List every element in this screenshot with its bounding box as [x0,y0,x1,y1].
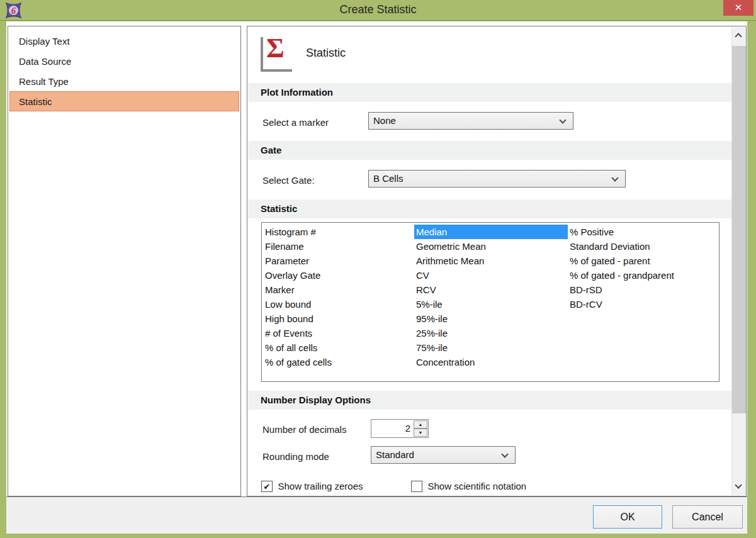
statistic-option[interactable]: Filename [263,239,414,254]
statistic-option[interactable]: 75%-ile [414,340,568,355]
statistic-option[interactable]: Arithmetic Mean [414,254,568,268]
triangle-down-icon: ▼ [419,430,423,435]
marker-label: Select a marker [262,117,329,128]
show-trailing-zeroes-checkbox[interactable]: ✔ Show trailing zeroes [261,480,363,493]
statistic-option[interactable]: # of Events [263,326,414,340]
spinner-up-button[interactable]: ▲ [414,420,427,429]
statistic-list-column-1: Histogram #FilenameParameterOverlay Gate… [263,225,414,369]
statistic-option[interactable]: 95%-ile [414,311,568,326]
statistic-option[interactable]: Overlay Gate [263,268,414,283]
decimals-spinner[interactable]: 2 ▲ ▼ [371,419,429,438]
chevron-down-icon [559,116,566,123]
show-scientific-notation-checkbox[interactable]: Show scientific notation [411,480,526,493]
statistic-option[interactable]: % of gated cells [263,355,414,369]
marker-dropdown-value: None [373,115,396,126]
show-scientific-notation-label: Show scientific notation [427,481,526,491]
statistic-option[interactable]: 25%-ile [414,326,568,340]
dialog-client-area: Display TextData SourceResult TypeStatis… [6,21,747,534]
statistic-option[interactable]: 5%-ile [414,297,568,311]
checkbox-checked-icon: ✔ [261,481,273,492]
statistic-option[interactable]: % of gated - grandparent [568,268,719,283]
sidebar-item-result-type[interactable]: Result Type [9,71,239,91]
statistic-option[interactable]: Parameter [263,254,414,268]
section-header-plot-information: Plot Information [248,83,733,102]
ok-button[interactable]: OK [593,505,662,529]
statistic-option[interactable]: Histogram # [263,225,414,239]
statistic-option[interactable]: RCV [414,283,568,297]
settings-nav-list: Display TextData SourceResult TypeStatis… [8,26,241,496]
number-of-decimals-label: Number of decimals [262,424,346,435]
chevron-down-icon [501,451,508,457]
vertical-scrollbar[interactable] [731,27,745,495]
statistic-option[interactable]: Standard Deviation [568,239,719,254]
statistic-option[interactable]: High bound [263,311,414,326]
sidebar-item-statistic[interactable]: Statistic [9,91,239,111]
decimals-value: 2 [405,420,410,437]
gate-label: Select Gate: [262,175,315,186]
rounding-mode-dropdown[interactable]: Standard [371,446,516,464]
statistic-option[interactable]: Concentration [414,355,568,369]
section-header-gate: Gate [248,141,733,160]
chevron-up-icon [735,33,742,40]
statistic-option[interactable]: BD-rCV [568,297,719,311]
statistic-option[interactable]: % of all cells [263,340,414,355]
window-title: Create Statistic [0,0,756,21]
statistic-option[interactable]: Median [414,225,568,239]
section-header-statistic: Statistic [248,199,733,218]
spinner-down-button[interactable]: ▼ [414,429,427,437]
chevron-down-icon [611,174,618,181]
statistic-option[interactable]: Marker [263,283,414,297]
sigma-icon: Σ [261,37,292,72]
title-bar: 6 Create Statistic ✕ [0,0,756,21]
scroll-down-button[interactable] [732,479,746,495]
statistic-settings-panel: Σ Statistic Plot Information Select a ma… [247,26,747,496]
scroll-up-button[interactable] [732,27,746,43]
statistic-option[interactable]: Geometric Mean [414,239,568,254]
sidebar-item-display-text[interactable]: Display Text [9,31,239,51]
statistic-option[interactable]: Low bound [263,297,414,311]
statistic-listbox: Histogram #FilenameParameterOverlay Gate… [261,222,719,382]
show-trailing-zeroes-label: Show trailing zeroes [278,481,363,491]
close-icon: ✕ [735,2,743,13]
triangle-up-icon: ▲ [419,422,423,427]
rounding-mode-label: Rounding mode [262,451,329,462]
statistic-option[interactable]: % of gated - parent [568,254,719,268]
statistic-option[interactable]: CV [414,268,568,283]
statistic-list-column-2: MedianGeometric MeanArithmetic MeanCVRCV… [414,225,568,369]
marker-dropdown[interactable]: None [368,112,573,130]
sidebar-item-data-source[interactable]: Data Source [9,51,239,71]
create-statistic-dialog: 6 Create Statistic ✕ Display TextData So… [0,0,756,538]
rounding-mode-value: Standard [376,449,414,460]
statistic-option[interactable]: BD-rSD [568,283,719,297]
statistic-list-column-3: % PositiveStandard Deviation% of gated -… [568,225,719,311]
cancel-button[interactable]: Cancel [672,505,743,529]
gate-dropdown[interactable]: B Cells [368,170,626,188]
section-header-number-display-options: Number Display Options [248,391,733,410]
gate-dropdown-value: B Cells [373,173,403,184]
close-button[interactable]: ✕ [723,0,753,16]
statistic-option[interactable]: % Positive [568,225,719,239]
checkbox-unchecked-icon [411,481,422,492]
panel-title: Statistic [306,47,346,60]
scrollbar-thumb[interactable] [732,46,746,413]
chevron-down-icon [735,481,742,488]
dialog-footer: OK Cancel [6,496,747,534]
